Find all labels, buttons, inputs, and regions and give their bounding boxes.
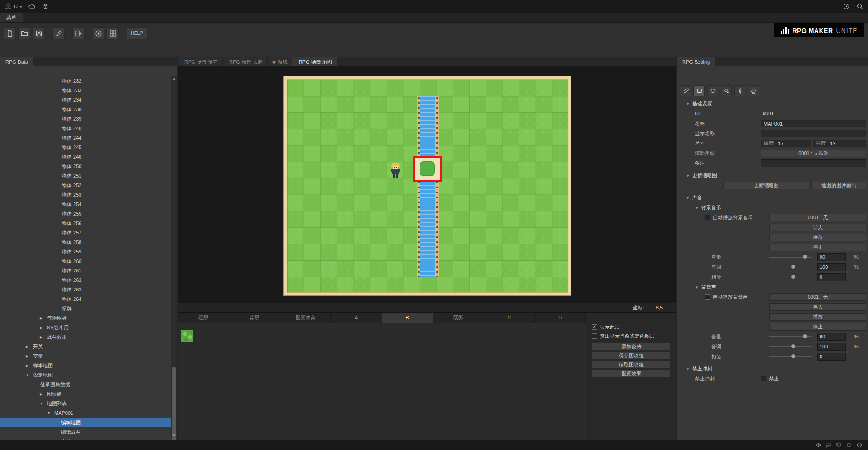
show-layer-checkbox[interactable]: ✓ xyxy=(592,324,597,330)
tile-layer-tab[interactable]: 阴影 xyxy=(433,313,484,323)
layers-icon[interactable] xyxy=(835,442,842,448)
tree-item[interactable]: ▶ 开关 xyxy=(0,342,171,352)
highlight-layer-checkbox[interactable] xyxy=(592,333,597,339)
map-height-field[interactable]: 高度13 xyxy=(813,140,866,147)
tree-item[interactable]: 物体 246 xyxy=(0,152,171,162)
tree-item-arrow-icon[interactable]: ▼ xyxy=(47,408,54,418)
bgs-volume-value[interactable]: 90 xyxy=(817,333,846,341)
tree-item[interactable]: 物体 255 xyxy=(0,209,171,219)
scene-tab[interactable]: RPG 场景 地图 xyxy=(292,57,337,66)
tree-item[interactable]: 桥牌 xyxy=(0,304,171,314)
tree-item[interactable]: 物体 258 xyxy=(0,238,171,247)
foldout-icon[interactable] xyxy=(686,364,689,375)
export-button[interactable] xyxy=(72,27,85,39)
bgm-import-button[interactable]: 导入 xyxy=(769,224,866,231)
tileset-action-button[interactable]: 保存图块组 xyxy=(592,352,671,359)
play-button[interactable] xyxy=(92,27,104,39)
tile-layer-tab[interactable]: A xyxy=(331,313,382,323)
search-button[interactable] xyxy=(856,3,863,10)
foldout-icon[interactable] xyxy=(686,170,689,181)
map-selection-highlight[interactable] xyxy=(413,156,442,182)
layout-button[interactable] xyxy=(107,27,119,39)
bgs-select[interactable]: 0001 : 无 xyxy=(769,293,866,301)
bgm-autoplay-checkbox[interactable] xyxy=(705,215,710,220)
tree-item[interactable]: 物体 251 xyxy=(0,171,171,181)
tree-item[interactable]: ▶ 变量 xyxy=(0,352,171,361)
save-button[interactable] xyxy=(33,27,45,39)
scroll-type-select[interactable]: 0001 : 无循环 xyxy=(761,150,866,157)
bgs-import-button[interactable]: 导入 xyxy=(769,303,866,311)
tree-item-arrow-icon[interactable]: ▶ xyxy=(40,323,47,333)
history-button[interactable] xyxy=(843,3,850,10)
tree-item[interactable]: ▼ 设定地图 xyxy=(0,370,171,380)
tile-layer-tab[interactable]: 配置冲突 xyxy=(280,313,331,323)
tile-layer-tab[interactable]: D xyxy=(535,313,586,323)
bgs-pan-value[interactable]: 0 xyxy=(817,353,846,361)
bgs-volume-slider[interactable] xyxy=(769,332,812,342)
tree-item-arrow-icon[interactable]: ▶ xyxy=(40,314,47,323)
eraser-tool-button[interactable] xyxy=(748,85,759,96)
bgs-autoplay-checkbox[interactable] xyxy=(705,294,710,300)
open-folder-button[interactable] xyxy=(18,27,30,39)
scene-tab[interactable]: ◉ 游戏 xyxy=(268,57,292,66)
scrollbar-thumb[interactable] xyxy=(172,367,176,442)
tree-item[interactable]: 物体 232 xyxy=(0,76,171,86)
tree-item[interactable]: ▶ 图块组 xyxy=(0,389,171,399)
tileset-action-button[interactable]: 读取图块组 xyxy=(592,361,671,368)
scene-tab[interactable]: RPG 场景 预习 xyxy=(178,57,223,66)
tile-layer-tab[interactable]: 远景 xyxy=(178,313,229,323)
rpg-setting-panel-tab[interactable]: RPG Setting xyxy=(677,57,715,66)
bgm-play-button[interactable]: 播放 xyxy=(769,234,866,241)
dash-disable-checkbox[interactable] xyxy=(761,376,766,381)
tree-item[interactable]: 物体 239 xyxy=(0,114,171,124)
tree-item[interactable]: ▶ SV战斗用 xyxy=(0,323,171,333)
bgm-select[interactable]: 0001 : 无 xyxy=(769,214,866,221)
tree-item[interactable]: 物体 256 xyxy=(0,219,171,228)
map-canvas[interactable] xyxy=(287,79,568,293)
ellipse-tool-button[interactable] xyxy=(707,85,718,96)
bgm-pan-value[interactable]: 0 xyxy=(817,273,846,281)
tile-palette[interactable] xyxy=(178,323,586,440)
console-icon[interactable] xyxy=(825,442,831,448)
bgm-volume-value[interactable]: 90 xyxy=(817,253,846,261)
menu-tab[interactable]: 菜单 xyxy=(0,13,23,22)
tree-item-arrow-icon[interactable]: ▶ xyxy=(26,361,33,370)
cloud-button[interactable] xyxy=(28,3,36,10)
tree-item[interactable]: 编辑战斗 xyxy=(0,427,171,437)
tile-layer-tab[interactable]: C xyxy=(484,313,535,323)
tree-item[interactable]: 物体 259 xyxy=(0,247,171,257)
tree-item[interactable]: 物体 257 xyxy=(0,228,171,238)
foldout-icon[interactable] xyxy=(686,192,689,203)
rpg-data-panel-tab[interactable]: RPG Data xyxy=(0,57,33,66)
player-character-sprite[interactable] xyxy=(390,163,401,178)
tree-item[interactable]: 物体 252 xyxy=(0,181,171,190)
tree-item[interactable]: 物体 250 xyxy=(0,162,171,171)
package-button[interactable] xyxy=(42,3,49,10)
tree-item[interactable]: 物体 264 xyxy=(0,295,171,304)
map-viewport[interactable] xyxy=(178,66,676,303)
scroll-down-icon[interactable] xyxy=(172,434,176,436)
tree-item[interactable]: 物体 234 xyxy=(0,95,171,105)
foldout-icon[interactable] xyxy=(695,282,698,293)
refresh-icon[interactable] xyxy=(846,442,852,448)
pencil-tool-button[interactable] xyxy=(680,85,691,96)
fill-tool-button[interactable] xyxy=(721,85,732,96)
tree-item[interactable]: ▶ 样本地图 xyxy=(0,361,171,370)
status-ok-icon[interactable] xyxy=(856,442,863,448)
bgs-pitch-slider[interactable] xyxy=(769,342,812,352)
tree-item-arrow-icon[interactable]: ▼ xyxy=(26,370,33,380)
account-menu[interactable]: U xyxy=(5,3,22,10)
tree-item[interactable]: 物体 240 xyxy=(0,124,171,133)
bgs-stop-button[interactable]: 停止 xyxy=(769,323,866,331)
bgm-volume-slider[interactable] xyxy=(769,252,812,262)
selected-tile-swatch[interactable] xyxy=(181,330,193,342)
tree-item[interactable]: 物体 263 xyxy=(0,285,171,295)
bgs-pan-slider[interactable] xyxy=(769,352,812,361)
tree-item[interactable]: 物体 254 xyxy=(0,200,171,209)
tile-layer-tab[interactable]: B xyxy=(382,313,433,323)
tree-item[interactable]: 物体 262 xyxy=(0,276,171,285)
tree-item-arrow-icon[interactable]: ▼ xyxy=(40,399,47,408)
bgm-pan-slider[interactable] xyxy=(769,272,812,282)
tree-item-arrow-icon[interactable]: ▶ xyxy=(26,342,33,352)
tree-item[interactable]: ▼ MAP001 xyxy=(0,408,171,418)
